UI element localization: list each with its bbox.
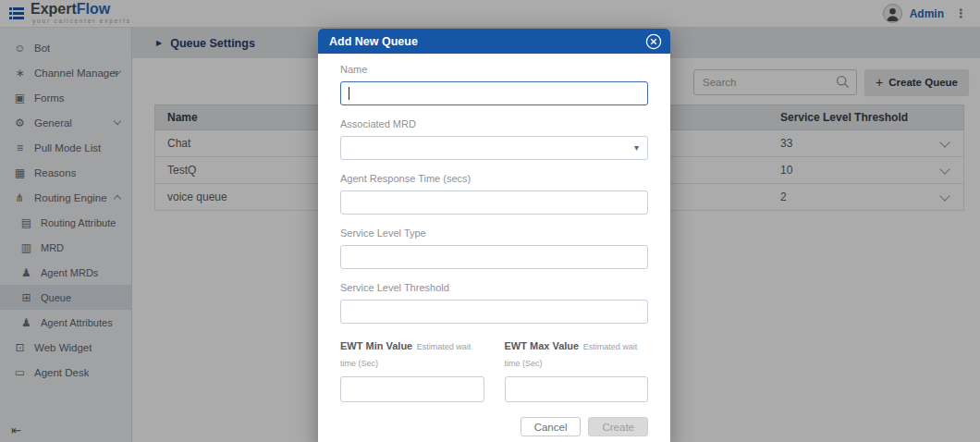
- name-input[interactable]: [340, 81, 648, 105]
- agent-response-time-input[interactable]: [340, 190, 648, 215]
- associated-mrd-label: Associated MRD: [340, 118, 648, 129]
- name-label: Name: [340, 64, 648, 75]
- field-ewt-max: EWT Max Value Estimated wait time (Sec): [505, 337, 649, 402]
- ewt-min-input[interactable]: [340, 376, 484, 402]
- modal-title: Add New Queue: [329, 35, 418, 48]
- service-level-type-input[interactable]: [340, 245, 648, 269]
- ewt-max-label: EWT Max Value: [505, 340, 580, 351]
- service-level-threshold-input[interactable]: [340, 300, 648, 324]
- field-name: Name: [340, 64, 648, 105]
- field-ewt-min: EWT Min Value Estimated wait time (Sec): [340, 337, 484, 402]
- close-icon[interactable]: [645, 33, 662, 50]
- agent-response-time-label: Agent Response Time (secs): [340, 173, 648, 184]
- associated-mrd-select[interactable]: [340, 136, 648, 160]
- field-associated-mrd: Associated MRD ▾: [340, 118, 648, 160]
- modal-body: Name Associated MRD ▾ Agent Response Tim…: [318, 54, 670, 442]
- ewt-max-input[interactable]: [505, 376, 649, 402]
- add-new-queue-modal: Add New Queue Name Associated MRD: [318, 29, 670, 442]
- app-root: ExpertFlow your callcenter experts Admin…: [0, 0, 980, 442]
- modal-header: Add New Queue: [318, 29, 670, 54]
- create-button[interactable]: Create: [588, 417, 648, 436]
- field-agent-response-time: Agent Response Time (secs): [340, 173, 648, 215]
- cancel-button[interactable]: Cancel: [521, 417, 582, 436]
- field-service-level-type: Service Level Type: [340, 227, 648, 269]
- service-level-threshold-label: Service Level Threshold: [340, 282, 648, 293]
- ewt-fields-row: EWT Min Value Estimated wait time (Sec) …: [340, 337, 648, 402]
- service-level-type-label: Service Level Type: [340, 227, 648, 239]
- text-cursor: [349, 87, 349, 100]
- modal-button-row: Cancel Create: [340, 417, 648, 436]
- field-service-level-threshold: Service Level Threshold: [340, 282, 648, 324]
- ewt-min-label: EWT Min Value: [340, 340, 412, 351]
